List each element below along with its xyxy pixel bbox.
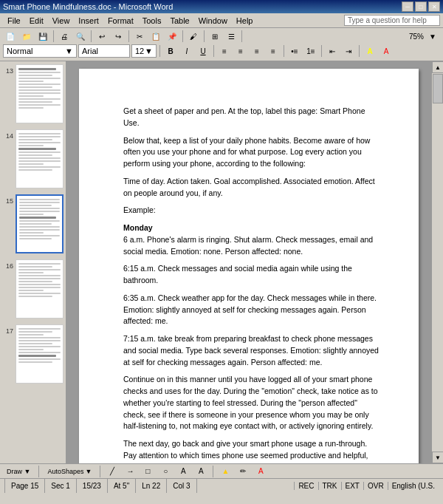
thumbnail-16[interactable]: 16 bbox=[3, 259, 63, 319]
draw-sep2 bbox=[100, 466, 100, 477]
align-justify[interactable]: ≡ bbox=[266, 44, 281, 58]
line-tool[interactable]: ╱ bbox=[105, 465, 120, 478]
right-scrollbar[interactable]: ▲ ▼ bbox=[431, 61, 443, 463]
help-search[interactable]: Type a question for help bbox=[344, 15, 440, 26]
underline-button[interactable]: U bbox=[196, 44, 210, 58]
preview-button[interactable]: 🔍 bbox=[73, 30, 88, 43]
at-label: At 5" bbox=[114, 482, 129, 490]
align-center[interactable]: ≡ bbox=[233, 44, 248, 58]
ovr-label: OVR bbox=[368, 482, 384, 490]
bullets-button[interactable]: •≡ bbox=[287, 44, 302, 58]
sep9 bbox=[284, 45, 284, 57]
new-button[interactable]: 📄 bbox=[3, 30, 18, 43]
standard-toolbar: 📄 📁 💾 🖨 🔍 ↩ ↪ ✂ 📋 📌 🖌 ⊞ ☰ 75% ▼ bbox=[3, 30, 440, 43]
draw-button[interactable]: Draw ▼ bbox=[3, 466, 34, 477]
page-thumb-16 bbox=[16, 259, 63, 319]
para-3: Example: bbox=[123, 205, 382, 217]
menu-file[interactable]: File bbox=[3, 15, 25, 27]
status-right: REC TRK EXT OVR English (U.S. bbox=[294, 482, 439, 490]
highlight-button[interactable]: A bbox=[363, 44, 377, 58]
font-color-button[interactable]: A bbox=[379, 44, 394, 58]
zoom-label: 75% bbox=[409, 33, 424, 41]
draw-sep bbox=[38, 466, 39, 477]
bold-button[interactable]: B bbox=[163, 44, 178, 58]
page-thumb-13 bbox=[16, 64, 63, 123]
size-value: 12 bbox=[135, 47, 144, 55]
para-7: 7:15 a.m. take break from preparing brea… bbox=[123, 333, 382, 368]
thumbnail-17[interactable]: 17 bbox=[3, 324, 63, 384]
arrow-tool[interactable]: → bbox=[123, 465, 137, 478]
page-thumb-15 bbox=[16, 194, 63, 253]
page-num-15: 15 bbox=[3, 197, 13, 205]
redo-button[interactable]: ↪ bbox=[111, 30, 126, 43]
status-page: Page 15 bbox=[4, 479, 45, 493]
indent-decrease[interactable]: ⇤ bbox=[325, 44, 340, 58]
para-1: Below that, keep a list of your daily ph… bbox=[123, 135, 382, 170]
thumbnail-panel[interactable]: 13 bbox=[0, 61, 66, 463]
menu-view[interactable]: View bbox=[48, 15, 75, 27]
ln-label: Ln 22 bbox=[142, 482, 160, 490]
cut-button[interactable]: ✂ bbox=[132, 30, 147, 43]
menu-tools[interactable]: Tools bbox=[138, 15, 166, 27]
paste-button[interactable]: 📌 bbox=[165, 30, 179, 43]
scroll-track[interactable] bbox=[432, 73, 443, 452]
sep11 bbox=[359, 45, 360, 57]
autoshapes-button[interactable]: AutoShapes ▼ bbox=[44, 466, 95, 477]
menu-insert[interactable]: Insert bbox=[74, 15, 103, 27]
para-0: Get a sheet of paper and pen. At the top… bbox=[123, 106, 382, 129]
font-color[interactable]: A bbox=[253, 465, 268, 478]
thumbnail-13[interactable]: 13 bbox=[3, 64, 63, 123]
scroll-up-button[interactable]: ▲ bbox=[432, 61, 443, 73]
undo-button[interactable]: ↩ bbox=[95, 30, 109, 43]
align-left[interactable]: ≡ bbox=[217, 44, 232, 58]
thumbnail-15[interactable]: 15 bbox=[3, 194, 63, 253]
style-selector[interactable]: Normal ▼ bbox=[3, 44, 77, 58]
status-ovr: OVR bbox=[363, 482, 388, 490]
textbox-tool[interactable]: A bbox=[176, 465, 190, 478]
status-lang: English (U.S. bbox=[388, 482, 439, 490]
columns-button[interactable]: ☰ bbox=[224, 30, 238, 43]
italic-button[interactable]: I bbox=[179, 44, 194, 58]
draw-sep3 bbox=[213, 466, 213, 477]
font-selector[interactable]: Arial bbox=[78, 44, 130, 58]
zoom-dropdown[interactable]: ▼ bbox=[425, 30, 440, 43]
status-col: Col 3 bbox=[167, 479, 196, 493]
insert-table[interactable]: ⊞ bbox=[207, 30, 222, 43]
thumbnail-14[interactable]: 14 bbox=[3, 129, 63, 188]
sep1 bbox=[53, 30, 54, 42]
menu-help[interactable]: Help bbox=[232, 15, 258, 27]
menu-edit[interactable]: Edit bbox=[25, 15, 48, 27]
menu-format[interactable]: Format bbox=[103, 15, 138, 27]
maximize-button[interactable]: □ bbox=[415, 1, 427, 12]
menu-table[interactable]: Table bbox=[165, 15, 193, 27]
line-color[interactable]: ✏ bbox=[236, 465, 250, 478]
size-selector[interactable]: 12 ▼ bbox=[131, 44, 157, 58]
document-area[interactable]: Get a sheet of paper and pen. At the top… bbox=[66, 61, 431, 463]
para-5: 6:15 a.m. Check messages and social medi… bbox=[123, 263, 382, 287]
menu-bar: File Edit View Insert Format Tools Table… bbox=[0, 13, 443, 28]
rect-tool[interactable]: □ bbox=[140, 465, 155, 478]
copy-button[interactable]: 📋 bbox=[148, 30, 163, 43]
fill-color[interactable]: ▲ bbox=[218, 465, 233, 478]
minimize-button[interactable]: ─ bbox=[402, 1, 413, 12]
numbering-button[interactable]: 1≡ bbox=[303, 44, 318, 58]
menu-window[interactable]: Window bbox=[194, 15, 232, 27]
save-button[interactable]: 💾 bbox=[35, 30, 50, 43]
align-right[interactable]: ≡ bbox=[250, 44, 264, 58]
rec-label: REC bbox=[298, 482, 314, 490]
scroll-thumb[interactable] bbox=[433, 74, 443, 103]
print-button[interactable]: 🖨 bbox=[57, 30, 72, 43]
wordart-tool[interactable]: A bbox=[193, 465, 208, 478]
oval-tool[interactable]: ○ bbox=[158, 465, 173, 478]
status-rec: REC bbox=[294, 482, 317, 490]
scroll-down-button[interactable]: ▼ bbox=[432, 452, 443, 463]
open-button[interactable]: 📁 bbox=[19, 30, 34, 43]
status-ln: Ln 22 bbox=[136, 479, 167, 493]
close-button[interactable]: ✕ bbox=[428, 1, 440, 12]
format-painter[interactable]: 🖌 bbox=[186, 30, 201, 43]
lang-label: English (U.S. bbox=[392, 482, 435, 490]
indent-increase[interactable]: ⇥ bbox=[341, 44, 356, 58]
doc-page: Get a sheet of paper and pen. At the top… bbox=[79, 69, 419, 463]
page-num-13: 13 bbox=[3, 67, 13, 75]
sep10 bbox=[321, 45, 322, 57]
